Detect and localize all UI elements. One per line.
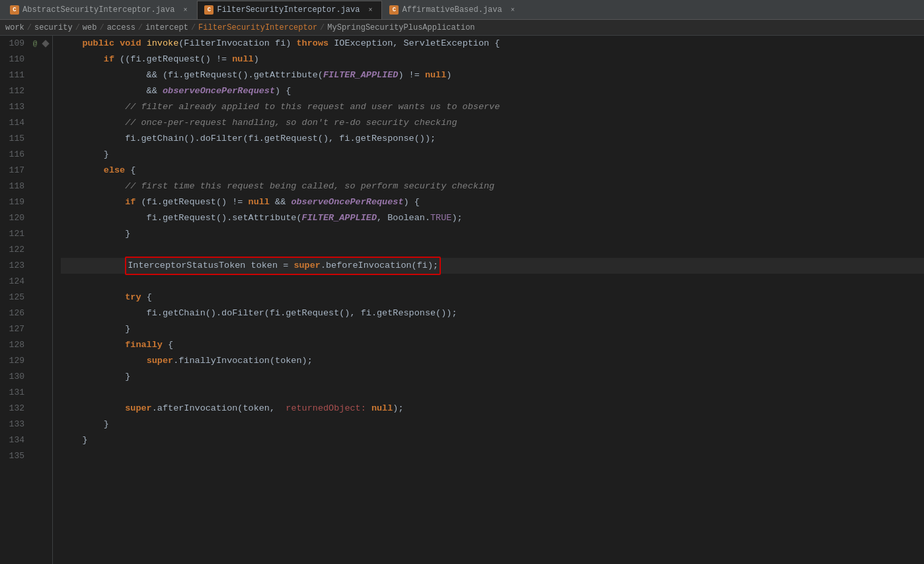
tab-close-affirmative[interactable]: × <box>508 5 518 15</box>
code-line-119: if (fi.getRequest() != null && observeOn… <box>61 194 924 210</box>
gutter-row-133: 133 <box>0 417 52 432</box>
code-line-135 <box>61 448 924 464</box>
code-line-123: InterceptorStatusToken token = super.bef… <box>61 258 924 274</box>
code-line-111: && (fi.getRequest().getAttribute(FILTER_… <box>61 67 924 83</box>
gutter-row-114: 114 <box>0 115 52 131</box>
code-line-118: // first time this request being called,… <box>61 179 924 194</box>
gutter-row-117: 117 <box>0 163 52 179</box>
gutter-row-131: 131 <box>0 385 52 401</box>
gutter-row-127: 127 <box>0 321 52 337</box>
code-line-121: } <box>61 226 924 242</box>
tab-label-filter: FilterSecurityInterceptor.java <box>217 5 360 15</box>
gutter-row-109: 109 @ <box>0 36 52 52</box>
code-line-128: finally { <box>61 337 924 353</box>
code-line-116: } <box>61 147 924 163</box>
code-line-117: else { <box>61 163 924 179</box>
tab-abstract[interactable]: C AbstractSecurityInterceptor.java × <box>3 1 197 19</box>
gutter-row-113: 113 <box>0 99 52 115</box>
breadcrumb: work / security / web / access / interce… <box>0 20 924 36</box>
gutter-row-124: 124 <box>0 274 52 290</box>
highlighted-statement: InterceptorStatusToken token = super.bef… <box>125 257 441 275</box>
gutter-row-130: 130 <box>0 369 52 385</box>
gutter-row-111: 111 <box>0 67 52 83</box>
gutter-row-119: 119 <box>0 194 52 210</box>
code-line-134: } <box>61 432 924 448</box>
code-line-125: try { <box>61 290 924 305</box>
gutter-row-112: 112 <box>0 83 52 99</box>
gutter-row-121: 121 <box>0 226 52 242</box>
tab-filter[interactable]: C FilterSecurityInterceptor.java × <box>197 1 382 19</box>
code-line-115: fi.getChain().doFilter(fi.getRequest(), … <box>61 131 924 147</box>
tab-label-abstract: AbstractSecurityInterceptor.java <box>22 5 174 15</box>
code-line-112: && observeOncePerRequest) { <box>61 83 924 99</box>
tab-icon-affirmative: C <box>389 5 399 15</box>
editor-container: 109 @ 110 111 112 113 114 115 116 <box>0 36 924 564</box>
gutter-row-123: 123 <box>0 258 52 274</box>
tab-icon-filter: C <box>204 5 213 15</box>
code-line-129: super.finallyInvocation(token); <box>61 353 924 369</box>
gutter-row-128: 128 <box>0 337 52 353</box>
gutter-row-135: 135 <box>0 448 52 464</box>
code-line-131 <box>61 385 924 401</box>
code-line-113: // filter already applied to this reques… <box>61 99 924 115</box>
gutter-row-129: 129 <box>0 353 52 369</box>
gutter-row-126: 126 <box>0 305 52 321</box>
gutter-row-120: 120 <box>0 210 52 226</box>
code-line-127: } <box>61 321 924 337</box>
gutter-row-134: 134 <box>0 432 52 448</box>
code-line-109: public void invoke(FilterInvocation fi) … <box>61 36 924 52</box>
tab-close-filter[interactable]: × <box>366 5 375 15</box>
gutter-row-110: 110 <box>0 52 52 67</box>
line-number-gutter: 109 @ 110 111 112 113 114 115 116 <box>0 36 53 564</box>
code-line-132: super.afterInvocation(token, returnedObj… <box>61 401 924 417</box>
code-line-122 <box>61 242 924 258</box>
gutter-row-125: 125 <box>0 290 52 305</box>
code-area[interactable]: public void invoke(FilterInvocation fi) … <box>53 36 924 564</box>
code-line-110: if ((fi.getRequest() != null) <box>61 52 924 67</box>
code-line-124 <box>61 274 924 290</box>
gutter-row-122: 122 <box>0 242 52 258</box>
code-line-130: } <box>61 369 924 385</box>
code-line-120: fi.getRequest().setAttribute(FILTER_APPL… <box>61 210 924 226</box>
code-line-133: } <box>61 417 924 432</box>
tab-bar: C AbstractSecurityInterceptor.java × C F… <box>0 0 924 20</box>
gutter-row-116: 116 <box>0 147 52 163</box>
tab-affirmative[interactable]: C AffirmativeBased.java × <box>382 1 524 19</box>
tab-label-affirmative: AffirmativeBased.java <box>402 5 502 15</box>
gutter-row-118: 118 <box>0 179 52 194</box>
code-line-114: // once-per-request handling, so don't r… <box>61 115 924 131</box>
gutter-row-132: 132 <box>0 401 52 417</box>
tab-close-abstract[interactable]: × <box>180 5 190 15</box>
code-line-126: fi.getChain().doFilter(fi.getRequest(), … <box>61 305 924 321</box>
tab-icon-abstract: C <box>10 5 19 15</box>
gutter-row-115: 115 <box>0 131 52 147</box>
